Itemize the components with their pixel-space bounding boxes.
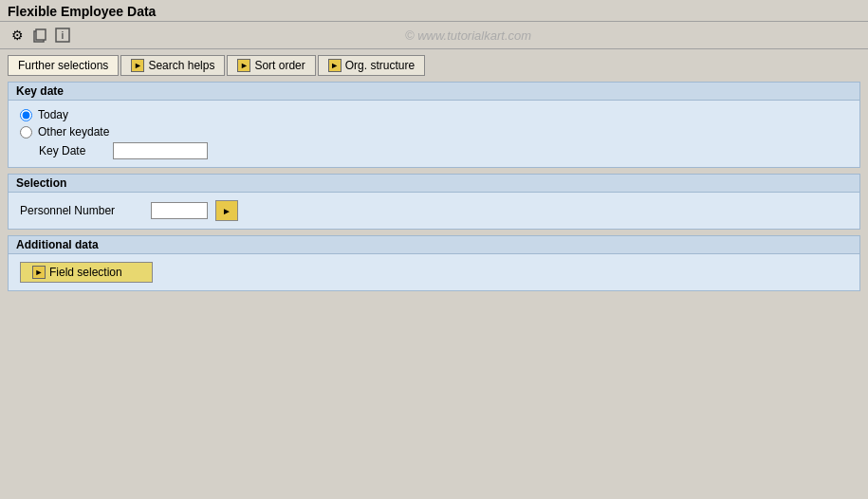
copy-icon[interactable] — [30, 26, 49, 45]
field-selection-button[interactable]: ► Field selection — [20, 262, 153, 283]
main-content: Further selections ► Search helps ► Sort… — [0, 49, 868, 303]
other-keydate-radio[interactable] — [20, 126, 32, 139]
tab-org-structure-label: Org. structure — [345, 59, 415, 72]
other-keydate-label: Other keydate — [38, 125, 109, 139]
tab-sort-order[interactable]: ► Sort order — [227, 55, 315, 76]
svg-rect-1 — [36, 29, 46, 40]
today-radio-row: Today — [20, 108, 848, 121]
personnel-number-search-btn[interactable]: ► — [215, 200, 238, 221]
field-selection-arrow-icon: ► — [32, 266, 46, 279]
today-label: Today — [38, 108, 68, 121]
watermark: © www.tutorialkart.com — [76, 28, 860, 43]
tab-sort-order-label: Sort order — [254, 59, 305, 72]
key-date-section: Key date Today Other keydate Key Date — [8, 82, 860, 168]
settings-icon[interactable]: ⚙ — [8, 26, 27, 45]
personnel-number-input[interactable] — [151, 202, 208, 219]
personnel-number-row: Personnel Number ► — [20, 200, 848, 221]
tabs-row: Further selections ► Search helps ► Sort… — [8, 55, 860, 76]
tab-search-helps[interactable]: ► Search helps — [120, 55, 225, 76]
personnel-number-label: Personnel Number — [20, 204, 143, 217]
selection-body: Personnel Number ► — [9, 193, 859, 229]
key-date-header: Key date — [9, 83, 859, 101]
tab-further-selections[interactable]: Further selections — [8, 55, 119, 76]
keydate-input-row: Key Date — [39, 142, 848, 159]
tab-org-structure[interactable]: ► Org. structure — [318, 55, 425, 76]
toolbar: ⚙ i © www.tutorialkart.com — [0, 22, 868, 49]
tab-search-helps-arrow: ► — [131, 59, 144, 72]
tab-search-helps-label: Search helps — [148, 59, 214, 72]
selection-header: Selection — [9, 175, 859, 193]
selection-section: Selection Personnel Number ► — [8, 174, 860, 230]
additional-data-body: ► Field selection — [9, 254, 859, 290]
keydate-input[interactable] — [113, 142, 208, 159]
tab-further-selections-label: Further selections — [18, 59, 108, 72]
today-radio[interactable] — [20, 109, 32, 121]
tab-org-structure-arrow: ► — [328, 59, 342, 72]
info-icon[interactable]: i — [53, 26, 72, 45]
title-bar: Flexible Employee Data — [0, 0, 868, 22]
key-date-body: Today Other keydate Key Date — [9, 101, 859, 167]
tab-sort-order-arrow: ► — [237, 59, 250, 72]
search-arrow-icon: ► — [222, 206, 231, 216]
page-title: Flexible Employee Data — [8, 4, 860, 19]
additional-data-section: Additional data ► Field selection — [8, 235, 860, 291]
keydate-field-label: Key Date — [39, 144, 105, 157]
additional-data-header: Additional data — [9, 236, 859, 254]
svg-text:i: i — [62, 30, 65, 41]
other-keydate-radio-row: Other keydate — [20, 125, 848, 139]
field-selection-label: Field selection — [49, 266, 122, 279]
